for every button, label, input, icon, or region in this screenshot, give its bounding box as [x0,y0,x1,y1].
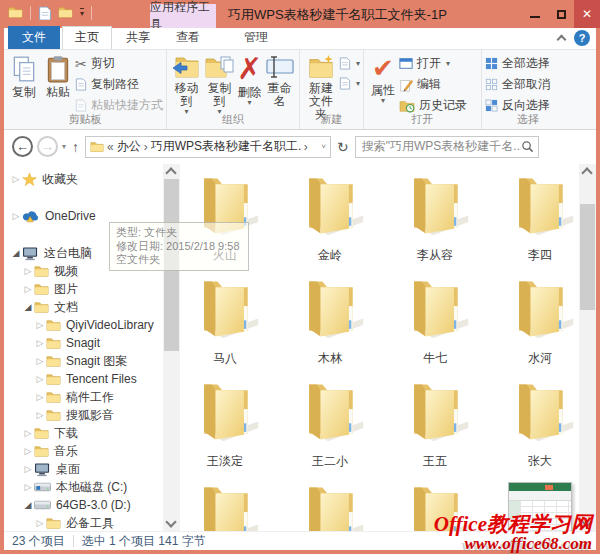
expand-icon[interactable]: ▷ [34,410,46,420]
properties-button[interactable]: ✔ 属性 ▾ [367,52,399,104]
tab-manage[interactable]: 管理 [232,27,280,49]
sidebar-item-qiyivideolibrary[interactable]: ▷ QiyiVideoLibrary [4,316,163,334]
search-icon[interactable] [521,140,534,153]
expand-icon[interactable]: ▷ [22,428,34,438]
sidebar-item-local-disk-c[interactable]: ▷ 本地磁盘 (C:) [4,478,163,496]
folder-item[interactable]: 牛七 [387,272,483,375]
breadcrumb-item-office[interactable]: 办公 [117,138,141,155]
collapse-ribbon-icon[interactable] [557,35,567,45]
folder-icon[interactable] [58,5,73,20]
sidebar-item-snagit[interactable]: ▷ Snagit [4,334,163,352]
qat-dropdown-icon[interactable]: ▾ [80,8,84,18]
properties-page-icon[interactable] [38,6,51,20]
sidebar-item-label: 本地磁盘 (C:) [56,479,127,496]
folder-item[interactable]: 王五 [387,375,483,478]
expand-icon[interactable]: ▷ [22,482,34,492]
folder-item[interactable]: 马八 [177,272,273,375]
folder-item[interactable]: 李从容 [387,169,483,272]
sidebar-item-favorites[interactable]: ▷ 收藏夹 [4,170,163,188]
breadcrumb[interactable]: « 办公 › 巧用WPS表格秒建千名职工... › ˅ [85,136,331,158]
expand-icon[interactable]: ▷ [22,464,34,474]
folder-item[interactable]: 王淡定 [177,375,273,478]
expand-icon[interactable]: ▷ [22,446,34,456]
collapse-icon[interactable]: ◢ [10,248,22,258]
copy-to-button[interactable]: 复制到 ▾ [203,52,236,115]
copy-button[interactable]: 复制 [7,52,41,99]
folder-item[interactable]: 李四 [492,169,577,272]
sidebar-item-desktop[interactable]: ▷ 桌面 [4,460,163,478]
folder-item[interactable]: 水河 [492,272,577,375]
new-folder-button[interactable]: 新建 文件夹 [303,52,339,121]
sidebar-item-documents[interactable]: ◢ 文档 [4,298,163,316]
open-button[interactable]: 打开 ▾ [399,55,467,72]
expand-icon[interactable]: ▷ [34,518,46,528]
select-none-button[interactable]: 全部取消 [485,76,550,93]
help-icon[interactable]: ? [574,30,590,46]
chevron-down-icon: ▾ [356,79,360,88]
main-scrollbar[interactable] [579,164,596,531]
search-input[interactable]: 搜索"巧用WPS表格秒建千名... [362,138,521,155]
scrollbar-thumb[interactable] [580,204,595,310]
sidebar-item-sohu-video[interactable]: ▷ 搜狐影音 [4,406,163,424]
back-button[interactable]: ← [12,136,33,157]
cut-button[interactable]: ✂ 剪切 [75,55,163,72]
expand-icon[interactable]: ▷ [34,320,46,330]
breadcrumb-item-current[interactable]: 巧用WPS表格秒建千名职工... [151,138,301,155]
ribbon: 复制 粘贴 ✂ 剪切 复制路径 [4,49,596,130]
up-button[interactable]: ↑ [72,139,79,155]
address-dropdown-icon[interactable]: ˅ [321,142,328,151]
folder-item[interactable]: 张大 [492,375,577,478]
minimize-button[interactable] [522,0,548,28]
recent-locations-icon[interactable]: ▾ [62,142,66,151]
chevron-right-icon[interactable]: › [304,140,308,154]
folder-item[interactable]: 木林 [282,272,378,375]
new-item-button[interactable]: ▾ [339,57,360,70]
documents-folder-icon [34,300,49,315]
sidebar-item-downloads[interactable]: ▷ 下载 [4,424,163,442]
folder-icon[interactable] [8,5,23,20]
rename-button[interactable]: 重命名 [263,52,296,108]
expand-icon[interactable]: ▷ [34,356,46,366]
chevron-right-icon[interactable]: › [144,140,148,154]
sidebar-item-pictures[interactable]: ▷ 图片 [4,280,163,298]
delete-button[interactable]: ✗ 删除 ▾ [236,52,263,106]
folder-item[interactable] [282,478,378,531]
tab-share[interactable]: 共享 [114,27,162,49]
tab-file[interactable]: 文件 [8,26,60,49]
tab-home[interactable]: 主页 [62,26,112,49]
select-all-button[interactable]: 全部选择 [485,55,550,72]
context-tab-application-tools[interactable]: 应用程序工具 [150,4,216,28]
sidebar-item-manuscript-work[interactable]: ▷ 稿件工作 [4,388,163,406]
expand-icon[interactable]: ▷ [34,338,46,348]
expand-icon[interactable]: ▷ [34,374,46,384]
folder-item[interactable]: 王二小 [282,375,378,478]
sidebar-item-tencent-files[interactable]: ▷ Tencent Files [4,370,163,388]
tab-view[interactable]: 查看 [164,27,212,49]
expand-icon[interactable]: ▷ [10,211,22,221]
forward-button[interactable]: → [37,136,58,157]
folder-item[interactable] [177,478,273,531]
sidebar-item-essential-tools[interactable]: ▷ 必备工具 [4,514,163,531]
sidebar-item-music[interactable]: ▷ 音乐 [4,442,163,460]
expand-icon[interactable]: ▷ [22,284,34,294]
collapse-icon[interactable]: ◢ [22,500,34,510]
close-button[interactable]: ✕ [574,0,600,28]
easy-access-button[interactable]: ▾ [339,77,360,90]
scroll-up-icon[interactable] [581,167,592,178]
search-box[interactable]: 搜索"巧用WPS表格秒建千名... [355,136,539,158]
sidebar-item-snagit-patterns[interactable]: ▷ Snagit 图案 [4,352,163,370]
scroll-down-icon[interactable] [165,516,176,527]
edit-button[interactable]: 编辑 [399,76,467,93]
folder-item[interactable]: 金岭 [282,169,378,272]
expand-icon[interactable]: ▷ [34,392,46,402]
copy-path-button[interactable]: 复制路径 [75,76,163,93]
maximize-button[interactable] [548,0,574,28]
collapse-icon[interactable]: ◢ [22,302,34,312]
sidebar-item-drive-d[interactable]: ◢ 64GB-3.0 (D:) [4,496,163,514]
expand-icon[interactable]: ▷ [22,266,34,276]
scroll-up-icon[interactable] [165,167,176,178]
expand-icon[interactable]: ▷ [10,174,22,184]
move-to-button[interactable]: 移动到 ▾ [170,52,203,115]
refresh-icon[interactable]: ↻ [337,139,349,155]
paste-button[interactable]: 粘贴 [41,52,75,99]
